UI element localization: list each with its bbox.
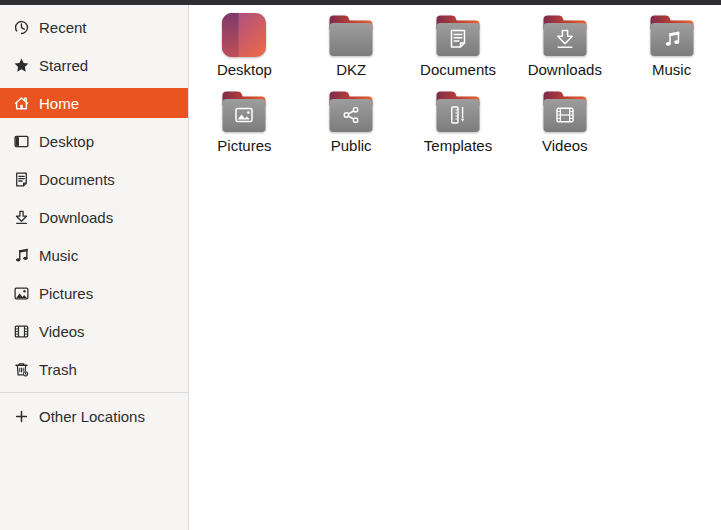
folder-videos[interactable]: Videos [511,84,618,160]
folder-label: DKZ [336,62,366,78]
sidebar-item-label: Other Locations [39,408,145,425]
folder-public[interactable]: Public [298,84,405,160]
folder-templates[interactable]: Templates [405,84,512,160]
sidebar-item-pictures[interactable]: Pictures [0,278,188,308]
trash-icon [13,361,30,378]
downloads-icon [13,209,30,226]
sidebar-item-label: Documents [39,171,115,188]
sidebar-item-trash[interactable]: Trash [0,354,188,384]
folder-icon [326,84,376,134]
sidebar-item-music[interactable]: Music [0,240,188,270]
folder-music[interactable]: Music [618,8,721,84]
sidebar-item-recent[interactable]: Recent [0,12,188,42]
pictures-icon [13,285,30,302]
folder-icon [326,8,376,58]
desktop-special-icon [219,8,269,58]
documents-icon [13,171,30,188]
plus-icon [13,408,30,425]
sidebar-item-label: Music [39,247,78,264]
folder-desktop[interactable]: Desktop [191,8,298,84]
file-manager-window: RecentStarredHomeDesktopDocumentsDownloa… [0,5,721,530]
folder-label: Desktop [217,62,272,78]
folder-label: Templates [424,138,492,154]
folder-icon [540,84,590,134]
main-content-area: DesktopDKZDocumentsDownloadsMusicPicture… [189,5,721,530]
sidebar-item-label: Desktop [39,133,94,150]
folder-downloads[interactable]: Downloads [511,8,618,84]
sidebar-item-label: Starred [39,57,88,74]
sidebar-item-videos[interactable]: Videos [0,316,188,346]
folder-label: Documents [420,62,496,78]
folder-label: Public [331,138,372,154]
folder-icon [647,8,697,58]
sidebar-item-desktop[interactable]: Desktop [0,126,188,156]
desktop-icon [13,133,30,150]
folder-pictures[interactable]: Pictures [191,84,298,160]
folder-label: Music [652,62,691,78]
sidebar-item-label: Downloads [39,209,113,226]
folder-label: Videos [542,138,588,154]
folder-label: Downloads [528,62,602,78]
folder-icon [219,84,269,134]
sidebar-item-label: Videos [39,323,85,340]
recent-icon [13,19,30,36]
folder-icon [540,8,590,58]
folder-icon [433,8,483,58]
folder-documents[interactable]: Documents [405,8,512,84]
sidebar-separator [0,392,188,393]
folder-label: Pictures [217,138,271,154]
folder-dkz[interactable]: DKZ [298,8,405,84]
sidebar-item-label: Pictures [39,285,93,302]
sidebar-item-downloads[interactable]: Downloads [0,202,188,232]
sidebar-item-documents[interactable]: Documents [0,164,188,194]
sidebar: RecentStarredHomeDesktopDocumentsDownloa… [0,5,189,530]
sidebar-item-label: Home [39,95,79,112]
sidebar-item-starred[interactable]: Starred [0,50,188,80]
star-icon [13,57,30,74]
home-icon [13,95,30,112]
sidebar-item-label: Recent [39,19,87,36]
music-icon [13,247,30,264]
sidebar-item-label: Trash [39,361,77,378]
folder-icon [433,84,483,134]
sidebar-item-other-locations[interactable]: Other Locations [0,401,188,431]
videos-icon [13,323,30,340]
sidebar-item-home[interactable]: Home [0,88,188,118]
file-grid: DesktopDKZDocumentsDownloadsMusicPicture… [191,8,721,160]
